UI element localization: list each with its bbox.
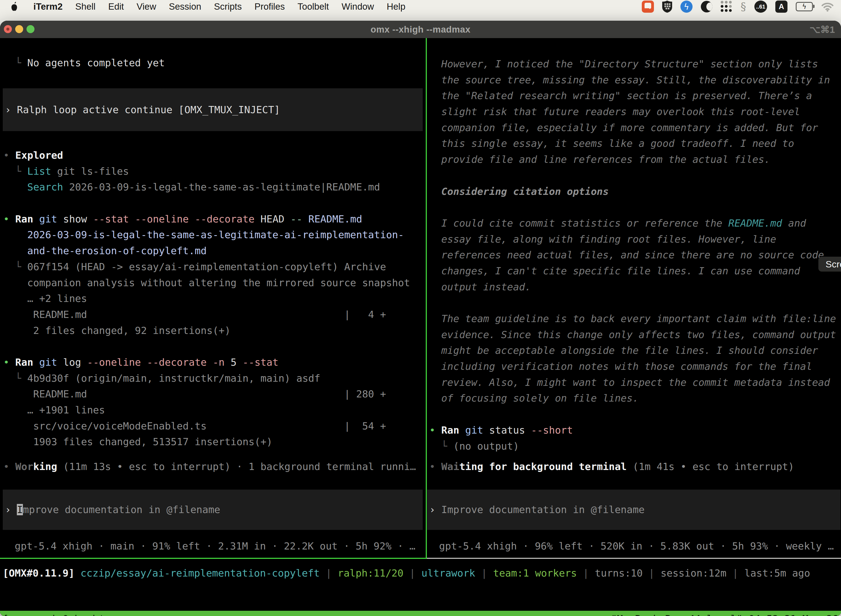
token: Wai bbox=[441, 461, 459, 472]
screen-notification-tooltip[interactable]: Scre bbox=[818, 257, 841, 271]
dots-grid-icon[interactable] bbox=[721, 0, 732, 13]
lightning-badge-icon[interactable]: ϟ bbox=[680, 0, 693, 13]
token: gpt-5.4 xhigh · 96% left · 520K in · 5.8… bbox=[427, 540, 834, 552]
menu-items: iTerm2ShellEditViewSessionScriptsProfile… bbox=[0, 1, 412, 12]
battery-icon[interactable]: ϟ bbox=[796, 0, 813, 13]
token: (1m 41s • esc to interrupt) bbox=[633, 461, 794, 472]
token: src/voice/voiceModeEnabled.ts | 54 + bbox=[3, 420, 386, 432]
token: review. Also, I might want to inspect th… bbox=[429, 377, 830, 388]
tmux-session-label[interactable]: [omx-cczip0:bash* bbox=[0, 613, 104, 616]
token bbox=[57, 461, 63, 472]
token: ralph:11/20 bbox=[338, 568, 403, 579]
token: | bbox=[643, 568, 661, 579]
token: ultrawork bbox=[421, 568, 475, 579]
right-pane-log: However, I noticed the "Directory Struct… bbox=[429, 56, 841, 454]
token: › bbox=[5, 504, 17, 515]
terminal-line: 2026-03-09-is-legal-the-same-as-legitima… bbox=[3, 227, 423, 243]
desktop: { "menu_bar": { "items": ["iTerm2","Shel… bbox=[0, 0, 841, 616]
left-pane-bottom-border bbox=[0, 558, 427, 559]
terminal-line: Search 2026-03-09-is-legal-the-same-as-l… bbox=[3, 179, 423, 195]
token: › bbox=[5, 104, 17, 115]
chat-app-icon[interactable] bbox=[642, 0, 654, 13]
token: git bbox=[39, 356, 57, 368]
token: However, I noticed the "Directory Struct… bbox=[429, 58, 818, 70]
token: • bbox=[3, 213, 15, 224]
token: └ bbox=[3, 373, 27, 384]
input-source-icon[interactable]: A bbox=[775, 0, 787, 13]
window-shortcut-badge: ⌥⌘1 bbox=[810, 21, 835, 38]
menu-item-iterm2[interactable]: iTerm2 bbox=[27, 1, 69, 12]
inject-line: › Ralph loop active continue [OMX_TMUX_I… bbox=[5, 102, 280, 118]
omx-session-status-line: [OMX#0.11.9] cczip/essay/ai-reimplementa… bbox=[3, 565, 839, 581]
terminal-line bbox=[429, 406, 841, 422]
token: --short bbox=[531, 424, 573, 436]
token: 067f154 (HEAD -> essay/ai-reimplementati… bbox=[27, 261, 386, 273]
right-prompt-box[interactable]: › Improve documentation in @filename bbox=[427, 490, 841, 530]
terminal-line: companion analysis without altering the … bbox=[3, 275, 423, 291]
token: README.md | 4 + bbox=[3, 309, 386, 320]
token: the "Related research writing" section i… bbox=[429, 90, 812, 101]
apple-logo-icon[interactable] bbox=[10, 1, 19, 12]
terminal-line: of focusing solely on file lines. bbox=[429, 390, 841, 406]
token: • bbox=[429, 424, 441, 436]
token: (no output) bbox=[453, 440, 519, 452]
minimize-button[interactable] bbox=[15, 25, 23, 33]
token: 2026-03-09-is-legal-the-same-as-legitima… bbox=[63, 181, 380, 193]
left-model-status-line: gpt-5.4 xhigh · main · 91% left · 2.31M … bbox=[3, 538, 423, 554]
snake-icon[interactable]: § bbox=[741, 0, 746, 13]
terminal-line: └ 4b9d30f (origin/main, instructkr/main,… bbox=[3, 370, 423, 386]
window-title: omx --xhigh --madmax bbox=[371, 24, 470, 35]
menu-item-toolbelt[interactable]: Toolbelt bbox=[291, 1, 335, 12]
terminal-line: slight risk that future readers may over… bbox=[429, 104, 841, 120]
wifi-icon[interactable] bbox=[821, 0, 834, 13]
token: Ran bbox=[441, 424, 459, 436]
menu-item-scripts[interactable]: Scripts bbox=[208, 1, 248, 12]
grid-shield-icon[interactable] bbox=[662, 0, 672, 13]
terminal-line bbox=[429, 295, 841, 311]
token: slight risk that future readers may over… bbox=[429, 106, 800, 117]
terminal-line: README.md | 280 + bbox=[3, 386, 423, 402]
token: ting for background terminal bbox=[459, 461, 627, 472]
menu-item-shell[interactable]: Shell bbox=[69, 1, 102, 12]
token: HEAD bbox=[254, 213, 290, 224]
window-titlebar[interactable]: omx --xhigh --madmax ⌥⌘1 bbox=[0, 21, 841, 38]
token bbox=[189, 213, 195, 224]
zoom-button[interactable] bbox=[26, 25, 35, 33]
token: companion file, especially if more comme… bbox=[429, 122, 818, 133]
token: • bbox=[3, 356, 15, 368]
token: and bbox=[782, 217, 806, 229]
badge-61-icon[interactable]: ..61 bbox=[755, 0, 767, 13]
waiting-status-line: • Waiting for background terminal (1m 41… bbox=[429, 459, 841, 475]
token: references need actual files, and since … bbox=[429, 249, 824, 261]
token: Improve documentation in @filename bbox=[441, 504, 645, 515]
right-prompt-line: › Improve documentation in @filename bbox=[429, 502, 645, 518]
left-prompt-box[interactable]: › Improve documentation in @filename bbox=[3, 490, 423, 530]
terminal-line: review. Also, I might want to inspect th… bbox=[429, 374, 841, 390]
token: | bbox=[727, 568, 744, 579]
menu-item-profiles[interactable]: Profiles bbox=[248, 1, 291, 12]
tooltip-label: Scre bbox=[826, 259, 841, 270]
menu-item-window[interactable]: Window bbox=[335, 1, 380, 12]
menu-item-edit[interactable]: Edit bbox=[102, 1, 130, 12]
token: --stat bbox=[243, 356, 278, 368]
token: Ran bbox=[15, 213, 33, 224]
token: git bbox=[465, 424, 483, 436]
token: --oneline bbox=[87, 356, 141, 368]
token: essay file, along with finding root file… bbox=[429, 233, 776, 245]
menu-item-view[interactable]: View bbox=[130, 1, 163, 12]
token: including verification notes with those … bbox=[429, 361, 812, 372]
terminal-line: However, I noticed the "Directory Struct… bbox=[429, 56, 841, 72]
menu-item-session[interactable]: Session bbox=[163, 1, 208, 12]
token: • bbox=[429, 461, 441, 472]
token: README.md bbox=[728, 217, 782, 229]
terminal-line: I could cite commit statistics or refere… bbox=[429, 215, 841, 231]
menu-item-help[interactable]: Help bbox=[380, 1, 412, 12]
token: session:12m bbox=[661, 568, 726, 579]
pane-divider[interactable] bbox=[426, 38, 427, 559]
token: evidence. Since this change only affects… bbox=[429, 329, 836, 340]
pie-chart-icon[interactable] bbox=[701, 0, 712, 13]
token: Ralph loop active continue [OMX_TMUX_INJ… bbox=[17, 104, 280, 115]
token bbox=[302, 213, 308, 224]
close-button[interactable] bbox=[4, 25, 12, 33]
token bbox=[33, 213, 39, 224]
